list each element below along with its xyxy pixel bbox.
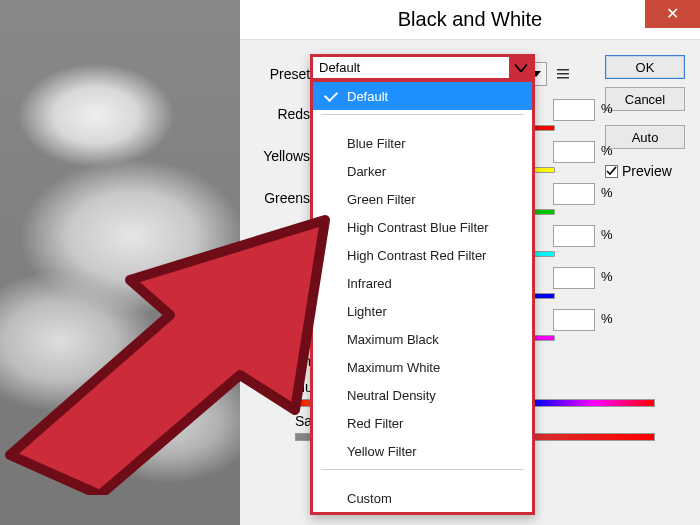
yellows-pct: % [601, 143, 613, 158]
dropdown-separator [321, 114, 524, 115]
preset-option[interactable]: Darker [313, 157, 532, 185]
svg-rect-0 [557, 69, 569, 71]
dropdown-current-value: Default [313, 57, 509, 78]
dropdown-caret[interactable] [510, 57, 532, 78]
close-button[interactable]: ✕ [645, 0, 700, 28]
reds-value-input[interactable] [553, 99, 595, 121]
dialog-title: Black and White [398, 8, 543, 31]
ok-button[interactable]: OK [605, 55, 685, 79]
preset-option[interactable]: Default [313, 82, 532, 110]
svg-rect-2 [557, 77, 569, 79]
preset-option[interactable]: Blue Filter [313, 129, 532, 157]
blues-pct: % [601, 269, 613, 284]
preset-menu-button[interactable] [551, 62, 575, 86]
blues-value-input[interactable] [553, 267, 595, 289]
arrow-icon [0, 195, 350, 495]
titlebar: Black and White ✕ [240, 0, 700, 40]
cyans-value-input[interactable] [553, 225, 595, 247]
greens-pct: % [601, 185, 613, 200]
dropdown-separator [321, 469, 524, 470]
magentas-value-input[interactable] [553, 309, 595, 331]
chevron-down-icon [515, 64, 527, 72]
close-icon: ✕ [666, 5, 679, 22]
svg-rect-1 [557, 73, 569, 75]
preset-menu-icon [556, 67, 570, 81]
greens-value-input[interactable] [553, 183, 595, 205]
cyans-pct: % [601, 227, 613, 242]
reds-pct: % [601, 101, 613, 116]
yellows-value-input[interactable] [553, 141, 595, 163]
annotation-arrow [0, 195, 350, 499]
magentas-pct: % [601, 311, 613, 326]
